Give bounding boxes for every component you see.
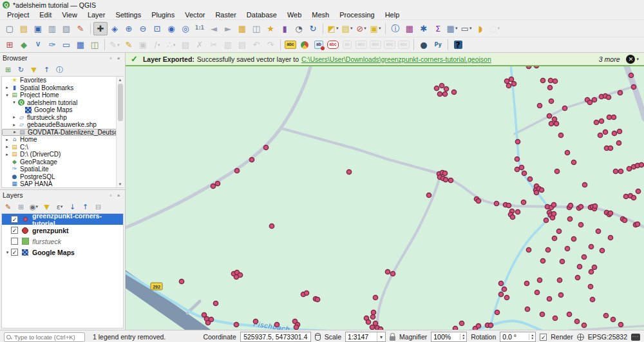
layer-item-google-maps[interactable]: ▾Google Maps (2, 247, 123, 258)
rotate-label-button[interactable]: abc (368, 38, 383, 52)
add-feature-button[interactable]: ∕ (150, 38, 164, 52)
rotation-input[interactable] (500, 332, 529, 341)
layer-diagrams-button[interactable] (298, 38, 312, 52)
expander-icon[interactable]: ▸ (11, 122, 17, 128)
vertex-tool-button[interactable]: ∴ (164, 38, 178, 52)
browser-item-geopackage[interactable]: ◆GeoPackage (2, 158, 123, 166)
zoom-full-extent-button[interactable]: ⊡ (150, 22, 164, 35)
browser-scrollbar[interactable]: ▲ ▼ (116, 77, 124, 187)
open-project-button[interactable]: ▤ (17, 22, 31, 35)
layer-labeling-button[interactable]: abc (283, 38, 298, 52)
browser-close-icon[interactable]: × (115, 55, 122, 61)
new-project-button[interactable]: ▢ (3, 22, 17, 35)
redo-button[interactable]: ↷ (263, 38, 278, 52)
expander-icon[interactable]: ▸ (4, 152, 10, 157)
show-hidden-labels-button[interactable]: ab (340, 38, 354, 52)
zoom-out-button[interactable]: ⊖ (136, 22, 150, 35)
layer-visibility-checkbox[interactable] (11, 216, 18, 223)
statistical-summary-button[interactable]: ▦ (402, 22, 417, 35)
epsg-status[interactable]: EPSG:25832 (588, 333, 627, 341)
browser-item-sap-hana[interactable]: ▦SAP HANA (2, 180, 123, 188)
browser-item-home[interactable]: ▸⌂Home (2, 136, 123, 144)
expander-icon[interactable]: ▾ (4, 93, 10, 98)
expander-icon[interactable]: ▾ (4, 250, 11, 255)
layer-visibility-checkbox[interactable] (11, 238, 18, 245)
modify-attributes-button[interactable]: ▧ (178, 38, 193, 52)
pan-map-button[interactable]: ✚ (93, 22, 108, 35)
label-properties-button[interactable]: abc (397, 38, 411, 52)
select-by-location-button[interactable]: ▣ (368, 22, 383, 35)
log-messages-icon[interactable]: ··· (631, 334, 640, 341)
new-raster-layer-button[interactable]: ▦ (73, 38, 88, 52)
open-data-source-manager-button[interactable]: ⊞ (3, 38, 17, 52)
coordinate-input[interactable] (240, 332, 311, 342)
cut-features-button[interactable]: ✂ (207, 38, 221, 52)
magnifier-input[interactable] (431, 332, 460, 341)
browser-float-icon[interactable]: ▫ (107, 55, 115, 61)
save-layer-edits-button[interactable]: ▣ (136, 38, 150, 52)
scale-combobox[interactable] (345, 332, 386, 342)
magnifier-spinbox[interactable] (431, 332, 467, 342)
measure-button[interactable]: ▭ (459, 22, 473, 35)
zoom-to-layer-button[interactable]: ◎ (178, 22, 193, 35)
browser-item-adelsheim-tutorial[interactable]: ▾Qadelsheim tutorial (2, 99, 123, 107)
menu-vector[interactable]: Vector (180, 11, 210, 19)
scroll-up-icon[interactable]: ▲ (118, 77, 122, 83)
message-options-caret-icon[interactable]: ▾ (636, 57, 639, 62)
new-map-view-button[interactable]: ▦ (235, 22, 249, 35)
help-contents-button[interactable]: ? (451, 38, 465, 52)
menu-processing[interactable]: Processing (334, 11, 379, 19)
expander-icon[interactable]: ▸ (11, 115, 17, 120)
expander-icon[interactable]: ▸ (4, 144, 10, 149)
menu-settings[interactable]: Settings (110, 11, 146, 19)
current-edits-button[interactable]: ✎ (108, 38, 122, 52)
layer-item-greenzpunkt-corners-tutorial[interactable]: greenzpunkt-corners-tutorial (2, 214, 123, 225)
manage-map-themes-button[interactable]: ◉ (28, 201, 40, 213)
refresh-browser-button[interactable]: ↻ (15, 64, 27, 75)
style-manager-button[interactable]: ✎ (73, 22, 88, 35)
map-tips-button[interactable]: ◗ (473, 22, 488, 35)
add-selected-layers-button[interactable]: ⊞ (2, 64, 14, 75)
move-label-button[interactable]: abc (354, 38, 368, 52)
pin-labels-button[interactable]: ab (312, 38, 326, 52)
collapse-all-button[interactable]: ↑ (41, 64, 53, 75)
browser-item-spatial-bookmarks[interactable]: ▸▮Spatial Bookmarks (2, 84, 123, 92)
change-label-button[interactable]: abc (383, 38, 397, 52)
expander-icon[interactable]: ▸ (4, 137, 10, 142)
pan-to-selection-button[interactable]: ◈ (108, 22, 122, 35)
menu-database[interactable]: Database (242, 11, 282, 19)
new-shapefile-layer-button[interactable]: V (31, 38, 45, 52)
open-layer-styling-button[interactable]: ✎ (2, 201, 14, 213)
menu-raster[interactable]: Raster (210, 11, 241, 19)
rotation-spinbox[interactable] (500, 332, 536, 342)
zoom-last-button[interactable]: ◄ (207, 22, 221, 35)
show-statistics-button[interactable]: Σ (431, 22, 445, 35)
browser-item-postgresql[interactable]: ●PostgreSQL (2, 173, 123, 181)
paste-features-button[interactable]: ▤ (235, 38, 249, 52)
zoom-next-button[interactable]: ► (221, 22, 235, 35)
rotation-stepper[interactable] (529, 334, 535, 340)
menu-help[interactable]: Help (380, 11, 405, 19)
add-group-button[interactable]: ⊞ (15, 201, 27, 213)
remove-layer-button[interactable]: ⊟ (92, 201, 104, 213)
scale-input[interactable] (346, 332, 377, 341)
scale-dropdown-icon[interactable] (377, 332, 385, 341)
browser-item-favorites[interactable]: ★Favorites (2, 77, 123, 84)
new-spatialite-layer-button[interactable]: ✑ (45, 38, 59, 52)
browser-item-spatialite[interactable]: ✑SpatiaLite (2, 166, 123, 173)
new-3d-map-view-button[interactable]: ◫ (249, 22, 263, 35)
menu-edit[interactable]: Edit (34, 11, 57, 19)
menu-plugins[interactable]: Plugins (146, 11, 180, 19)
browser-item-stac[interactable]: ◈STAC (2, 188, 123, 189)
render-checkbox[interactable] (540, 334, 547, 341)
browser-item-flurstueck-shp[interactable]: ▸▱flurstueck.shp (2, 114, 123, 122)
browser-item-project-home[interactable]: ▾▤Project Home (2, 91, 123, 99)
browser-item-c-[interactable]: ▸▤C:\ (2, 144, 123, 151)
delete-selected-button[interactable]: ✗ (193, 38, 207, 52)
browser-item-gebaeudebauwerke-shp[interactable]: ▸▱gebaeudeBauwerke.shp (2, 121, 123, 129)
temporal-controller-button[interactable]: ◔ (292, 22, 306, 35)
menu-project[interactable]: Project (2, 11, 34, 19)
collapse-all-button[interactable]: ↑ (79, 201, 91, 213)
select-by-value-button[interactable]: ▤ (340, 22, 354, 35)
undo-button[interactable]: ↶ (249, 38, 263, 52)
